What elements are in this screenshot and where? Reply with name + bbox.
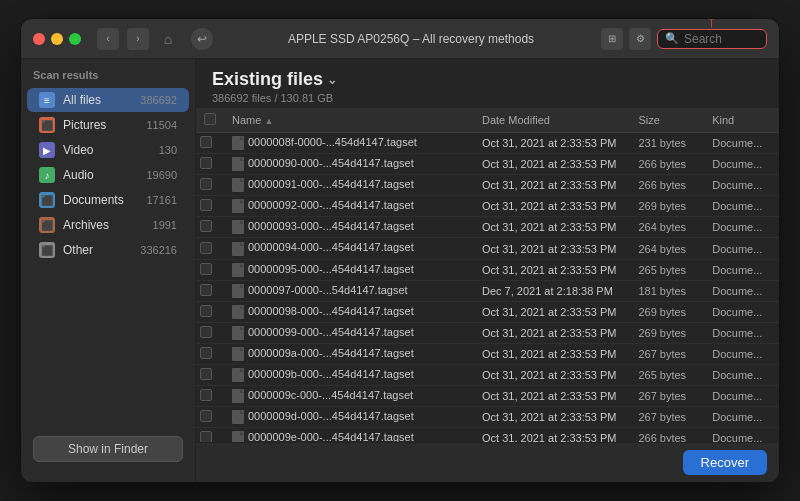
file-table-container[interactable]: Name ▲ Date Modified Size Kind 0000008f-… — [196, 108, 779, 442]
table-row[interactable]: 0000009a-000-...454d4147.tagset Oct 31, … — [196, 343, 779, 364]
row-checkbox-5[interactable] — [196, 238, 224, 259]
main-panel: Existing files ⌄ 386692 files / 130.81 G… — [196, 59, 779, 482]
row-size-8: 269 bytes — [630, 301, 704, 322]
table-row[interactable]: 0000008f-0000-...454d4147.tagset Oct 31,… — [196, 133, 779, 154]
row-name-14: 0000009e-000-...454d4147.tagset — [224, 428, 474, 442]
table-row[interactable]: 00000091-000-...454d4147.tagset Oct 31, … — [196, 175, 779, 196]
content-area: Scan results ≡ All files 386692 ⬛ Pictur… — [21, 59, 779, 482]
row-checkbox-13[interactable] — [196, 407, 224, 428]
forward-button[interactable]: › — [127, 28, 149, 50]
row-checkbox-2[interactable] — [196, 175, 224, 196]
row-kind-6: Docume... — [704, 259, 779, 280]
col-checkbox[interactable] — [196, 108, 224, 133]
col-date[interactable]: Date Modified — [474, 108, 630, 133]
search-input[interactable] — [684, 32, 759, 46]
row-date-7: Dec 7, 2021 at 2:18:38 PM — [474, 280, 630, 301]
row-date-9: Oct 31, 2021 at 2:33:53 PM — [474, 322, 630, 343]
row-date-2: Oct 31, 2021 at 2:33:53 PM — [474, 175, 630, 196]
row-size-9: 269 bytes — [630, 322, 704, 343]
row-name-4: 00000093-000-...454d4147.tagset — [224, 217, 474, 238]
view-options-button[interactable]: ⚙ — [629, 28, 651, 50]
row-checkbox-12[interactable] — [196, 386, 224, 407]
row-checkbox-3[interactable] — [196, 196, 224, 217]
row-kind-10: Docume... — [704, 343, 779, 364]
fullscreen-button[interactable] — [69, 33, 81, 45]
table-row[interactable]: 00000094-000-...454d4147.tagset Oct 31, … — [196, 238, 779, 259]
row-size-11: 265 bytes — [630, 365, 704, 386]
search-box[interactable]: 🔍 ↑ — [657, 29, 767, 49]
table-row[interactable]: 00000093-000-...454d4147.tagset Oct 31, … — [196, 217, 779, 238]
table-row[interactable]: 00000095-000-...454d4147.tagset Oct 31, … — [196, 259, 779, 280]
sidebar-item-audio[interactable]: ♪ Audio 19690 — [27, 163, 189, 187]
row-kind-14: Docume... — [704, 428, 779, 442]
audio-icon: ♪ — [39, 167, 55, 183]
row-checkbox-10[interactable] — [196, 343, 224, 364]
table-row[interactable]: 00000090-000-...454d4147.tagset Oct 31, … — [196, 154, 779, 175]
row-kind-13: Docume... — [704, 407, 779, 428]
archives-icon: ⬛ — [39, 217, 55, 233]
home-button[interactable]: ⌂ — [157, 28, 179, 50]
row-kind-4: Docume... — [704, 217, 779, 238]
row-checkbox-1[interactable] — [196, 154, 224, 175]
titlebar: ‹ › ⌂ ↩ APPLE SSD AP0256Q – All recovery… — [21, 19, 779, 59]
sidebar-count-video: 130 — [159, 144, 177, 156]
sidebar-item-all-files[interactable]: ≡ All files 386692 — [27, 88, 189, 112]
table-row[interactable]: 0000097-0000-...54d4147.tagset Dec 7, 20… — [196, 280, 779, 301]
main-title: Existing files ⌄ — [212, 69, 763, 90]
row-checkbox-4[interactable] — [196, 217, 224, 238]
row-checkbox-0[interactable] — [196, 133, 224, 154]
recover-button[interactable]: Recover — [683, 450, 767, 475]
file-icon-14 — [232, 431, 244, 442]
table-row[interactable]: 0000009c-000-...454d4147.tagset Oct 31, … — [196, 386, 779, 407]
row-name-5: 00000094-000-...454d4147.tagset — [224, 238, 474, 259]
row-date-5: Oct 31, 2021 at 2:33:53 PM — [474, 238, 630, 259]
col-size[interactable]: Size — [630, 108, 704, 133]
main-title-text: Existing files — [212, 69, 323, 90]
close-button[interactable] — [33, 33, 45, 45]
row-size-3: 269 bytes — [630, 196, 704, 217]
sidebar-item-pictures[interactable]: ⬛ Pictures 11504 — [27, 113, 189, 137]
col-kind[interactable]: Kind — [704, 108, 779, 133]
view-toggle-button[interactable]: ⊞ — [601, 28, 623, 50]
file-icon-5 — [232, 242, 244, 256]
table-row[interactable]: 00000098-000-...454d4147.tagset Oct 31, … — [196, 301, 779, 322]
sidebar-item-video[interactable]: ▶ Video 130 — [27, 138, 189, 162]
sidebar-label-video: Video — [63, 143, 151, 157]
row-size-13: 267 bytes — [630, 407, 704, 428]
row-name-0: 0000008f-0000-...454d4147.tagset — [224, 133, 474, 154]
row-size-0: 231 bytes — [630, 133, 704, 154]
row-kind-3: Docume... — [704, 196, 779, 217]
row-checkbox-8[interactable] — [196, 301, 224, 322]
row-name-6: 00000095-000-...454d4147.tagset — [224, 259, 474, 280]
sidebar-item-archives[interactable]: ⬛ Archives 1991 — [27, 213, 189, 237]
back-button[interactable]: ‹ — [97, 28, 119, 50]
traffic-lights — [33, 33, 81, 45]
row-checkbox-11[interactable] — [196, 365, 224, 386]
file-icon-2 — [232, 178, 244, 192]
row-kind-9: Docume... — [704, 322, 779, 343]
row-checkbox-7[interactable] — [196, 280, 224, 301]
table-row[interactable]: 0000009b-000-...454d4147.tagset Oct 31, … — [196, 365, 779, 386]
row-checkbox-6[interactable] — [196, 259, 224, 280]
row-size-7: 181 bytes — [630, 280, 704, 301]
table-row[interactable]: 0000009e-000-...454d4147.tagset Oct 31, … — [196, 428, 779, 442]
row-checkbox-14[interactable] — [196, 428, 224, 442]
row-size-10: 267 bytes — [630, 343, 704, 364]
minimize-button[interactable] — [51, 33, 63, 45]
col-name[interactable]: Name ▲ — [224, 108, 474, 133]
sidebar-item-other[interactable]: ⬛ Other 336216 — [27, 238, 189, 262]
restore-button[interactable]: ↩ — [191, 28, 213, 50]
table-row[interactable]: 0000009d-000-...454d4147.tagset Oct 31, … — [196, 407, 779, 428]
sidebar-label-documents: Documents — [63, 193, 138, 207]
title-dropdown-arrow[interactable]: ⌄ — [327, 73, 337, 87]
sidebar-label-audio: Audio — [63, 168, 138, 182]
row-checkbox-9[interactable] — [196, 322, 224, 343]
sidebar-item-documents[interactable]: ⬛ Documents 17161 — [27, 188, 189, 212]
sidebar-title: Scan results — [21, 69, 195, 87]
show-in-finder-button[interactable]: Show in Finder — [33, 436, 183, 462]
row-date-10: Oct 31, 2021 at 2:33:53 PM — [474, 343, 630, 364]
table-row[interactable]: 00000092-000-...454d4147.tagset Oct 31, … — [196, 196, 779, 217]
table-row[interactable]: 00000099-000-...454d4147.tagset Oct 31, … — [196, 322, 779, 343]
file-icon-10 — [232, 347, 244, 361]
row-date-1: Oct 31, 2021 at 2:33:53 PM — [474, 154, 630, 175]
